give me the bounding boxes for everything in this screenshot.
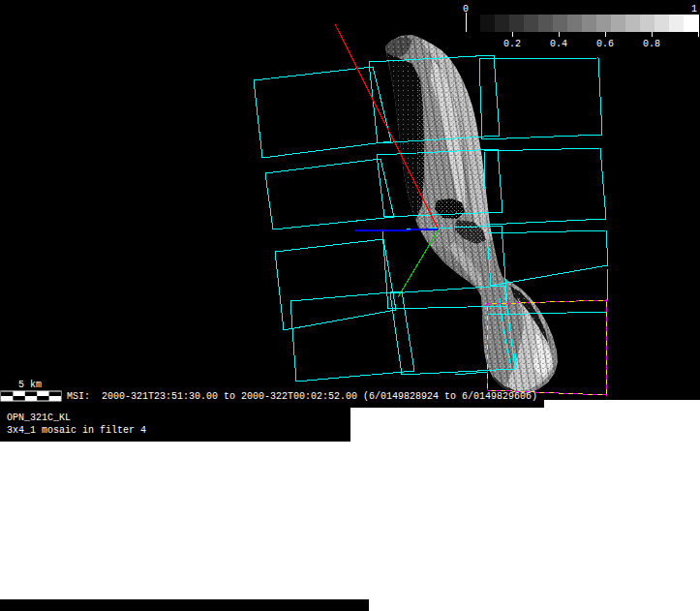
svg-text:OPN_321C_KL: OPN_321C_KL	[7, 412, 71, 423]
svg-text:0.6: 0.6	[596, 39, 614, 49]
svg-text:3x4_1 mosaic in filter 4: 3x4_1 mosaic in filter 4	[7, 425, 146, 436]
svg-text:0: 0	[463, 4, 469, 15]
svg-text:0.4: 0.4	[550, 39, 567, 49]
svg-text:0.8: 0.8	[643, 39, 660, 49]
svg-text:0.2: 0.2	[503, 39, 521, 49]
svg-text:1: 1	[691, 4, 697, 15]
svg-text:5 km: 5 km	[18, 380, 42, 390]
svg-text:MSI: 2000-321T23:51:30.00 to: MSI: 2000-321T23:51:30.00 to 2000-322T00…	[67, 391, 537, 402]
